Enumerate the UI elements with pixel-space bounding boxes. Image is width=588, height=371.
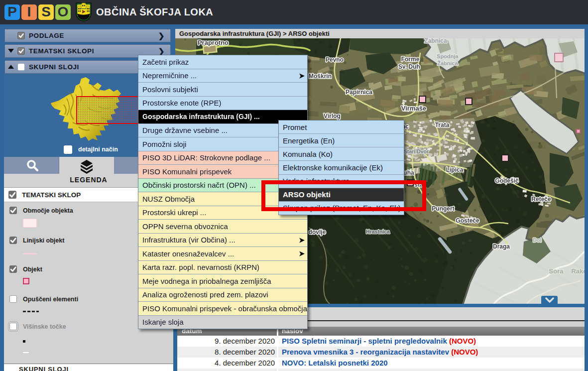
- svg-text:Virmaše: Virmaše: [401, 105, 426, 112]
- svg-text:Lipica: Lipica: [446, 166, 464, 173]
- svg-text:Papirnica: Papirnica: [346, 89, 372, 96]
- svg-text:Spodnja: Spodnja: [437, 53, 459, 59]
- svg-text:Trata: Trata: [435, 122, 450, 128]
- svg-text:Virlog: Virlog: [324, 113, 341, 120]
- svg-text:Rakov: Rakov: [571, 267, 585, 275]
- svg-text:Sv. Duh: Sv. Duh: [398, 63, 420, 70]
- svg-text:Dol: Dol: [533, 237, 542, 243]
- svg-text:Pungert: Pungert: [432, 205, 454, 212]
- svg-text:Gosteče: Gosteče: [456, 217, 479, 224]
- svg-text:dovlje: dovlje: [309, 229, 326, 236]
- svg-text:Hrastnica: Hrastnica: [366, 229, 390, 235]
- svg-text:Forme: Forme: [401, 56, 420, 63]
- svg-text:Pevno: Pevno: [326, 56, 344, 63]
- svg-text:Godešič: Godešič: [495, 177, 519, 184]
- svg-text:Sora: Sora: [549, 267, 564, 275]
- svg-text:Praprotno: Praprotno: [198, 39, 229, 46]
- svg-text:uha: uha: [403, 169, 414, 176]
- svg-text:Draga: Draga: [493, 243, 510, 250]
- svg-text:Reteče: Reteče: [531, 196, 551, 203]
- svg-text:Stari Dvor: Stari Dvor: [404, 148, 429, 154]
- svg-text:Žabnica: Žabnica: [437, 60, 458, 66]
- svg-text:Moškrin: Moškrin: [309, 73, 332, 80]
- svg-text:Žabnica: Žabnica: [424, 38, 447, 44]
